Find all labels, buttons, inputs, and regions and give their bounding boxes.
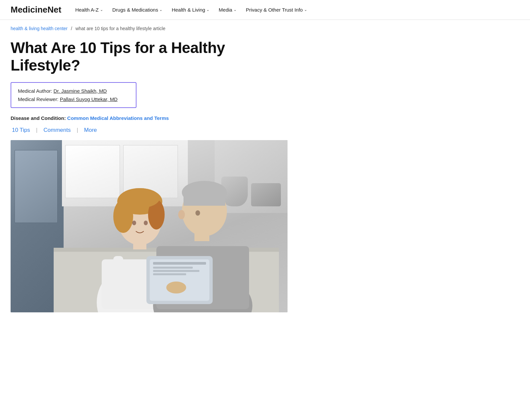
svg-rect-12 <box>113 256 123 286</box>
disease-link[interactable]: Common Medical Abbreviations and Terms <box>67 115 169 121</box>
author-box: Medical Author: Dr. Jasmine Shaikh, MD M… <box>11 82 136 108</box>
chevron-down-icon: ⌄ <box>100 8 103 12</box>
reviewer-label: Medical Reviewer: <box>18 96 59 102</box>
tab-ten-tips[interactable]: 10 Tips <box>11 127 31 133</box>
author-line: Medical Author: Dr. Jasmine Shaikh, MD <box>18 88 129 94</box>
chevron-down-icon: ⌄ <box>159 8 162 12</box>
tab-separator-2: | <box>77 127 78 133</box>
people-svg <box>54 143 279 312</box>
nav-item-privacy[interactable]: Privacy & Other Trust Info ⌄ <box>241 5 312 15</box>
nav-item-drugs-medications[interactable]: Drugs & Medications ⌄ <box>108 5 167 15</box>
tab-more[interactable]: More <box>83 127 98 133</box>
tab-separator-1: | <box>36 127 37 133</box>
chevron-down-icon: ⌄ <box>304 8 307 12</box>
svg-rect-24 <box>153 262 206 265</box>
tab-nav: 10 Tips | Comments | More <box>11 127 288 133</box>
reviewer-line: Medical Reviewer: Pallavi Suyog Uttekar,… <box>18 96 129 102</box>
article-title: What Are 10 Tips for a Healthy Lifestyle… <box>11 39 288 74</box>
breadcrumb: health & living health center / what are… <box>0 20 530 34</box>
svg-point-10 <box>132 221 136 225</box>
svg-rect-26 <box>153 270 199 272</box>
author-name-link[interactable]: Dr. Jasmine Shaikh, MD <box>54 88 107 94</box>
svg-rect-23 <box>150 259 209 301</box>
tab-comments[interactable]: Comments <box>42 127 72 133</box>
disease-condition-line: Disease and Condition: Common Medical Ab… <box>11 115 288 121</box>
article-image <box>11 140 288 312</box>
main-nav: MedicineNet Health A-Z ⌄ Drugs & Medicat… <box>0 0 530 20</box>
svg-point-11 <box>144 221 148 225</box>
svg-point-28 <box>166 282 186 293</box>
disease-label: Disease and Condition: <box>11 115 66 121</box>
reviewer-name-link[interactable]: Pallavi Suyog Uttekar, MD <box>60 96 118 102</box>
site-logo[interactable]: MedicineNet <box>11 5 61 15</box>
breadcrumb-link[interactable]: health & living health center <box>11 26 68 31</box>
nav-menu: Health A-Z ⌄ Drugs & Medications ⌄ Healt… <box>71 5 312 15</box>
article-content: What Are 10 Tips for a Healthy Lifestyle… <box>0 34 298 323</box>
author-label: Medical Author: <box>18 88 52 94</box>
svg-point-20 <box>178 210 185 219</box>
nav-item-health-living[interactable]: Health & Living ⌄ <box>167 5 214 15</box>
svg-rect-27 <box>153 273 186 275</box>
chevron-down-icon: ⌄ <box>206 8 209 12</box>
nav-item-health-az[interactable]: Health A-Z ⌄ <box>71 5 108 15</box>
svg-point-9 <box>120 188 160 208</box>
breadcrumb-separator: / <box>71 26 72 31</box>
cabinet-door <box>15 150 58 223</box>
svg-rect-18 <box>184 192 225 206</box>
chevron-down-icon: ⌄ <box>234 8 237 12</box>
breadcrumb-current: what are 10 tips for a healthy lifestyle… <box>76 26 166 31</box>
svg-rect-25 <box>153 267 193 269</box>
kitchen-scene <box>11 140 288 312</box>
svg-point-19 <box>195 210 200 216</box>
nav-item-media[interactable]: Media ⌄ <box>214 5 241 15</box>
